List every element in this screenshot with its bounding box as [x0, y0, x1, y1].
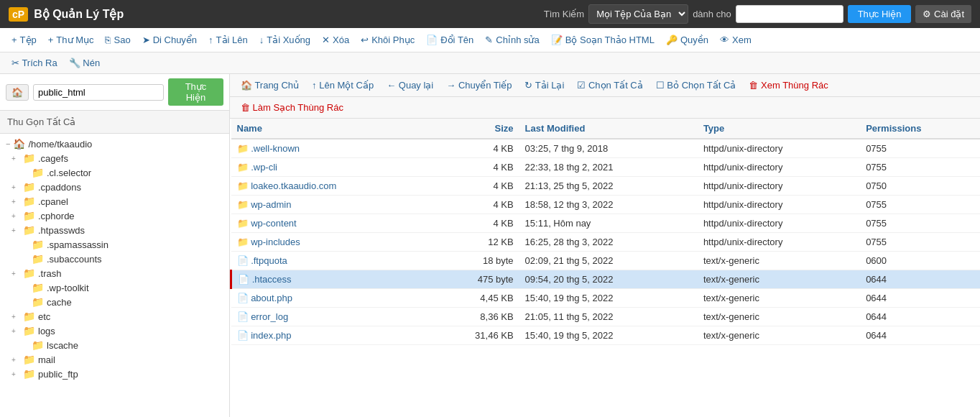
collapse-all-button[interactable]: Thu Gọn Tất Cả: [0, 111, 229, 134]
file-name-link[interactable]: loakeo.tkaaudio.com: [251, 180, 336, 191]
tree-item-cpaddons[interactable]: + 📁 .cpaddons: [0, 180, 229, 194]
new-file-button[interactable]: + Tệp: [7, 32, 41, 47]
tree-item-etc[interactable]: + 📁 etc: [0, 309, 229, 324]
tree-item-logs[interactable]: + 📁 logs: [0, 324, 229, 338]
file-modified: 18:58, 12 thg 3, 2022: [519, 196, 698, 214]
home-nav-button[interactable]: 🏠 Trang Chủ: [236, 78, 304, 93]
forward-button[interactable]: → Chuyển Tiếp: [441, 78, 517, 93]
view-trash-button[interactable]: 🗑 Xem Thùng Rác: [744, 78, 833, 93]
col-perms[interactable]: Permissions: [860, 119, 980, 139]
path-input[interactable]: [33, 84, 164, 101]
table-row[interactable]: 📄 error_log8,36 KB21:05, 11 thg 5, 2022t…: [231, 308, 981, 326]
compress-button[interactable]: 🔧 Nén: [65, 55, 104, 70]
table-row[interactable]: 📁 .well-known4 KB03:25, 7 thg 9, 2018htt…: [231, 139, 981, 158]
file-type-icon: 📄: [237, 255, 249, 266]
brand: cP Bộ Quản Lý Tệp: [9, 7, 124, 22]
file-name-link[interactable]: .wp-cli: [251, 162, 277, 173]
permissions-button[interactable]: 🔑 Quyền: [662, 32, 713, 47]
html-editor-button[interactable]: 📝 Bộ Soạn Thảo HTML: [547, 32, 659, 47]
clean-trash-button[interactable]: 🗑 Làm Sạch Thùng Rác: [236, 100, 348, 115]
file-type-icon: 📁: [237, 199, 249, 210]
table-row[interactable]: 📁 loakeo.tkaaudio.com4 KB21:13, 25 thg 5…: [231, 177, 981, 196]
extract-button[interactable]: ✂ Trích Ra: [7, 55, 62, 70]
copy-button[interactable]: ⎘ Sao: [101, 32, 134, 47]
home-folder-icon: 🏠: [13, 138, 25, 150]
file-name-link[interactable]: about.php: [251, 293, 292, 303]
file-name-link[interactable]: .well-known: [251, 143, 300, 154]
col-modified[interactable]: Last Modified: [519, 119, 698, 139]
table-row[interactable]: 📄 .htaccess475 byte09:54, 20 thg 5, 2022…: [231, 270, 981, 289]
tree-item-subaccounts[interactable]: 📁 .subaccounts: [0, 252, 229, 266]
file-type: httpd/unix-directory: [698, 214, 860, 233]
delete-icon: ✕: [322, 35, 330, 45]
select-all-button[interactable]: ☑ Chọn Tất Cả: [572, 78, 647, 93]
view-button[interactable]: 👁 Xem: [716, 32, 756, 47]
table-row[interactable]: 📄 about.php4,45 KB15:40, 19 thg 5, 2022t…: [231, 289, 981, 308]
up-level-button[interactable]: ↑ Lên Một Cấp: [307, 78, 379, 93]
search-label: Tìm Kiếm: [544, 9, 584, 19]
delete-button[interactable]: ✕ Xóa: [318, 32, 353, 47]
table-row[interactable]: 📄 index.php31,46 KB15:40, 19 thg 5, 2022…: [231, 326, 981, 345]
home-button[interactable]: 🏠: [6, 84, 29, 101]
edit-button[interactable]: ✎ Chỉnh sửa: [481, 32, 543, 47]
folder-icon: 📁: [32, 296, 44, 308]
minus-icon: −: [6, 139, 10, 148]
col-size[interactable]: Size: [430, 119, 519, 139]
folder-icon: 📁: [23, 354, 35, 365]
tree-item-trash[interactable]: + 📁 .trash: [0, 266, 229, 280]
table-row[interactable]: 📄 .ftpquota18 byte02:09, 21 thg 5, 2022t…: [231, 252, 981, 270]
file-name-link[interactable]: .ftpquota: [251, 255, 287, 266]
file-name-link[interactable]: wp-admin: [251, 199, 291, 210]
file-trash-toolbar: 🗑 Làm Sạch Thùng Rác: [230, 97, 980, 119]
tree-item-public-ftp[interactable]: + 📁 public_ftp: [0, 367, 229, 381]
tree-item-wp-toolkit[interactable]: 📁 .wp-toolkit: [0, 280, 229, 295]
settings-button[interactable]: ⚙ Cài đặt: [915, 5, 971, 23]
search-input[interactable]: [736, 5, 843, 23]
tree-item-cagefs[interactable]: + 📁 .cagefs: [0, 151, 229, 165]
back-button[interactable]: ← Quay lại: [382, 78, 438, 93]
col-type[interactable]: Type: [698, 119, 860, 139]
table-row[interactable]: 📁 .wp-cli4 KB22:33, 18 thg 2, 2021httpd/…: [231, 158, 981, 177]
tree-item-cache[interactable]: 📁 cache: [0, 295, 229, 309]
file-type-icon: 📁: [237, 180, 249, 191]
toggle-icon: +: [11, 270, 20, 278]
plus-icon: +: [11, 35, 17, 45]
move-button[interactable]: ➤ Di Chuyển: [138, 32, 201, 47]
file-type: httpd/unix-directory: [698, 233, 860, 252]
file-name-link[interactable]: wp-includes: [251, 237, 300, 247]
tree-root[interactable]: − 🏠 /home/tkaaudio: [0, 137, 229, 151]
reload-button[interactable]: ↻ Tải Lại: [519, 78, 569, 93]
file-name-link[interactable]: wp-content: [251, 218, 297, 229]
tree-item-cphorde[interactable]: + 📁 .cphorde: [0, 208, 229, 223]
toggle-icon: +: [11, 183, 20, 191]
tree-item-spamassassin[interactable]: 📁 .spamassassin: [0, 237, 229, 252]
file-type-icon: 📄: [237, 330, 249, 341]
new-dir-button[interactable]: + Thư Mục: [44, 32, 98, 47]
file-name-link[interactable]: .htaccess: [252, 274, 292, 285]
tree-item-mail[interactable]: + 📁 mail: [0, 352, 229, 367]
file-type-icon: 📁: [237, 237, 249, 247]
upload-button[interactable]: ↑ Tải Lên: [204, 32, 252, 47]
table-row[interactable]: 📁 wp-includes12 KB16:25, 28 thg 3, 2022h…: [231, 233, 981, 252]
tree-item-htpasswds[interactable]: + 📁 .htpasswds: [0, 223, 229, 237]
file-modified: 15:11, Hôm nay: [519, 214, 698, 233]
rename-button[interactable]: 📄 Đổi Tên: [422, 32, 478, 47]
file-name-link[interactable]: index.php: [251, 330, 291, 341]
tree-item-cpanel[interactable]: + 📁 .cpanel: [0, 194, 229, 208]
tree-item-lscache[interactable]: 📁 lscache: [0, 338, 229, 352]
restore-button[interactable]: ↩ Khôi Phục: [356, 32, 419, 47]
table-row[interactable]: 📁 wp-content4 KB15:11, Hôm nayhttpd/unix…: [231, 214, 981, 233]
file-permissions: 0644: [860, 308, 980, 326]
file-size: 31,46 KB: [430, 326, 519, 345]
file-name-link[interactable]: error_log: [251, 311, 288, 322]
download-button[interactable]: ↓ Tải Xuống: [255, 32, 315, 47]
file-type-icon: 📁: [237, 143, 249, 154]
deselect-all-button[interactable]: ☐ Bỏ Chọn Tất Cả: [651, 78, 741, 93]
tree-item-cl-selector[interactable]: 📁 .cl.selector: [0, 165, 229, 180]
execute-search-button[interactable]: Thực Hiện: [848, 5, 912, 23]
file-permissions: 0644: [860, 289, 980, 308]
sidebar-execute-button[interactable]: Thực Hiện: [168, 78, 223, 106]
col-name[interactable]: Name: [231, 119, 430, 139]
table-row[interactable]: 📁 wp-admin4 KB18:58, 12 thg 3, 2022httpd…: [231, 196, 981, 214]
search-type-select[interactable]: Mọi Tệp Của Bạn: [588, 4, 688, 24]
